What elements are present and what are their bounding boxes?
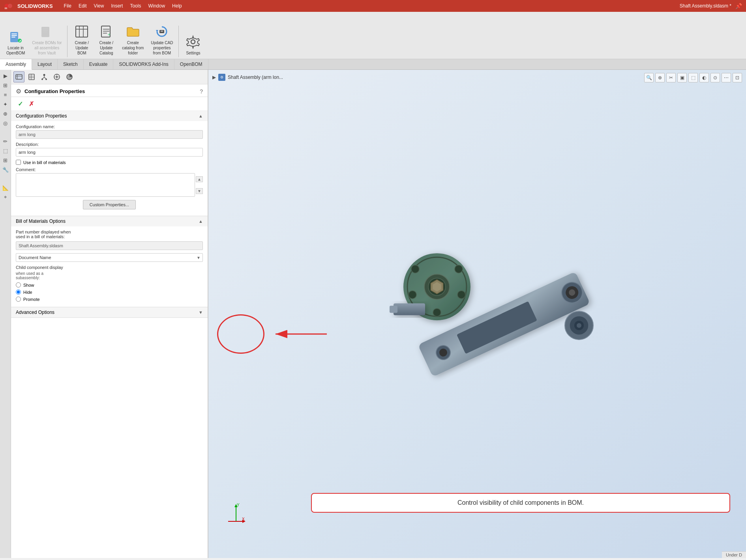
vp-display-btn[interactable]: ▣: [677, 73, 687, 82]
toolbar-create-catalog-folder[interactable]: Create catalog from folder: [119, 23, 147, 57]
toolbar-create-update-bom[interactable]: Create / Update BOM: [70, 23, 94, 57]
menu-view[interactable]: View: [91, 2, 107, 9]
help-button[interactable]: ?: [200, 88, 203, 95]
comment-scroll-up[interactable]: ▲: [196, 176, 203, 182]
left-icon-7[interactable]: ✏: [1, 137, 10, 146]
vp-render-btn[interactable]: ⊙: [710, 73, 720, 82]
pin-icon[interactable]: 📌: [735, 3, 742, 9]
vp-light-btn[interactable]: ◐: [699, 73, 709, 82]
tab-solidworks-addins[interactable]: SOLIDWORKS Add-Ins: [113, 59, 174, 69]
section-advanced-chevron: ▼: [199, 310, 203, 315]
radio-show[interactable]: [16, 282, 21, 287]
left-icon-3[interactable]: ≡: [1, 90, 10, 99]
vp-more-btn[interactable]: ⋯: [722, 73, 731, 82]
left-icon-11[interactable]: 📐: [1, 183, 10, 192]
ok-button[interactable]: ✓: [16, 99, 24, 108]
radio-hide-label[interactable]: Hide: [23, 290, 32, 295]
svg-point-53: [455, 265, 463, 273]
logo: DS SOLIDWORKS: [4, 2, 53, 10]
tab-evaluate[interactable]: Evaluate: [84, 59, 114, 69]
annotation-arrow: [268, 324, 331, 345]
toolbar-create-update-catalog[interactable]: + Create / Update Catalog: [94, 23, 118, 57]
panel-orientation-btn[interactable]: [51, 71, 62, 82]
vp-search-btn[interactable]: 🔍: [644, 73, 654, 82]
bom-document-name-select[interactable]: Document Name: [16, 253, 203, 262]
menu-insert[interactable]: Insert: [108, 2, 126, 9]
use-bom-checkbox[interactable]: [16, 160, 21, 165]
svg-point-38: [45, 78, 47, 80]
annotation-circle: [217, 314, 264, 354]
left-icon-4[interactable]: ✦: [1, 100, 10, 108]
left-icon-8[interactable]: ⬚: [1, 146, 10, 155]
left-icon-5[interactable]: ⊕: [1, 109, 10, 118]
section-bom-title: Bill of Materials Options: [16, 218, 66, 224]
svg-marker-22: [156, 30, 158, 32]
section-advanced-header[interactable]: Advanced Options ▼: [11, 307, 208, 317]
radio-hide[interactable]: [16, 289, 21, 295]
left-icon-12[interactable]: ⌖: [1, 193, 10, 202]
panel-display-btn[interactable]: [64, 71, 75, 82]
left-sidebar-icons: ▶ ⊞ ≡ ✦ ⊕ ◎ ✏ ⬚ ⊞ 🔧 📐 ⌖: [0, 70, 11, 558]
config-name-label: Configuration name:: [16, 124, 203, 129]
comment-textarea[interactable]: [16, 173, 195, 197]
section-advanced-options: Advanced Options ▼: [11, 307, 208, 318]
tab-layout[interactable]: Layout: [32, 59, 58, 69]
cancel-button[interactable]: ✗: [27, 99, 36, 108]
section-bom-options: Bill of Materials Options ▲ Part number …: [11, 216, 208, 307]
tree-expand-arrow[interactable]: ▶: [212, 75, 216, 80]
panel-toolbar: [11, 70, 208, 84]
left-icon-1[interactable]: ▶: [1, 71, 10, 80]
custom-properties-button[interactable]: Custom Properties...: [83, 200, 136, 209]
comment-scroll-down[interactable]: ▼: [196, 188, 203, 194]
toolbar-settings[interactable]: Settings: [181, 33, 205, 57]
section-config-props-header[interactable]: Configuration Properties ▲: [11, 111, 208, 121]
menu-help[interactable]: Help: [169, 2, 185, 9]
tab-assembly[interactable]: Assembly: [0, 59, 32, 70]
panel-tree-btn[interactable]: [39, 71, 50, 82]
menu-edit[interactable]: Edit: [75, 2, 90, 9]
app-name-label: SOLIDWORKS: [17, 3, 53, 9]
svg-point-55: [409, 291, 416, 299]
svg-rect-23: [159, 30, 164, 33]
toolbar-update-cad-bom-label: Update CAD properties from BOM: [151, 40, 173, 56]
svg-point-33: [43, 74, 45, 76]
bom-part-number-input[interactable]: [16, 241, 203, 250]
toolbar-separator-2: [178, 26, 179, 57]
tab-sketch[interactable]: Sketch: [58, 59, 84, 69]
vp-view-btn[interactable]: ⬚: [688, 73, 698, 82]
svg-rect-13: [76, 26, 88, 37]
section-bom-chevron: ▲: [199, 219, 203, 224]
annotation-tooltip-box: Control visibility of child components i…: [311, 493, 730, 513]
config-name-input[interactable]: [16, 130, 203, 139]
description-input[interactable]: [16, 148, 203, 157]
svg-point-25: [191, 40, 195, 44]
svg-rect-10: [43, 28, 48, 29]
menu-tools[interactable]: Tools: [127, 2, 144, 9]
left-icon-10[interactable]: 🔧: [1, 165, 10, 174]
left-icon-6[interactable]: ◎: [1, 119, 10, 127]
annotation-text: Control visibility of child components i…: [457, 499, 584, 506]
panel-table-btn[interactable]: [26, 71, 37, 82]
vp-screen-btn[interactable]: ⊡: [733, 73, 742, 82]
use-bom-row: Use in bill of materials: [16, 160, 203, 165]
menu-file[interactable]: File: [61, 2, 75, 9]
create-update-bom-icon: [75, 24, 89, 39]
svg-rect-6: [11, 37, 15, 37]
vp-zoom-btn[interactable]: ⊕: [655, 73, 665, 82]
toolbar-locate-openbom[interactable]: ↗ Locate in OpenBOM: [3, 28, 28, 57]
toolbar-create-catalog-folder-label: Create catalog from folder: [122, 40, 144, 56]
left-icon-2[interactable]: ⊞: [1, 81, 10, 90]
radio-promote-label[interactable]: Promote: [23, 297, 40, 302]
tab-openbom[interactable]: OpenBOM: [174, 59, 208, 69]
radio-show-label[interactable]: Show: [23, 283, 34, 287]
left-icon-9[interactable]: ⊞: [1, 156, 10, 164]
section-bom-header[interactable]: Bill of Materials Options ▲: [11, 216, 208, 226]
comment-label: Comment:: [16, 167, 203, 172]
vp-cut-btn[interactable]: ✂: [666, 73, 676, 82]
toolbar-update-cad-bom[interactable]: Update CAD properties from BOM: [148, 23, 176, 57]
panel-config-btn[interactable]: [13, 71, 24, 82]
svg-text:Y: Y: [237, 503, 240, 507]
radio-promote[interactable]: [16, 297, 21, 302]
menu-window[interactable]: Window: [145, 2, 168, 9]
use-bom-label[interactable]: Use in bill of materials: [23, 160, 66, 165]
